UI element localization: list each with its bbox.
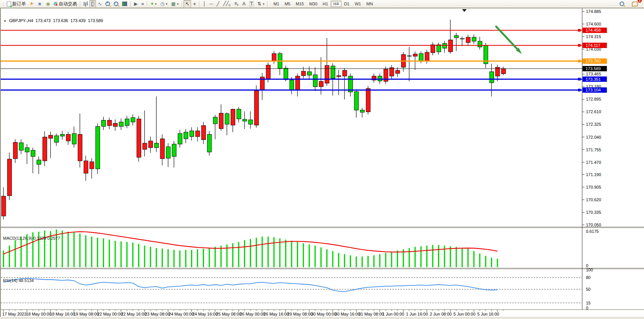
hline-handle[interactable] bbox=[578, 89, 581, 91]
autotrading-button[interactable]: 自动交易 bbox=[52, 0, 79, 8]
trend-arrow[interactable] bbox=[496, 26, 520, 51]
periods-button[interactable]: ◷▾ bbox=[158, 0, 169, 8]
indicators-button[interactable]: +▾ bbox=[149, 0, 158, 8]
candle-body bbox=[254, 91, 258, 125]
timeframe-d1[interactable]: D1 bbox=[341, 1, 352, 7]
timeframe-mn[interactable]: MN bbox=[363, 1, 375, 7]
rsi-axis-label: 100 bbox=[586, 268, 593, 272]
timeframe-w1[interactable]: W1 bbox=[352, 1, 364, 7]
macd-bar bbox=[273, 237, 274, 267]
toolbar-separator bbox=[199, 1, 200, 7]
macd-bar bbox=[362, 256, 363, 267]
candle-body bbox=[378, 76, 382, 81]
time-axis-label: 5 Jun 16:00 bbox=[477, 312, 499, 316]
line-chart-button[interactable]: ∿ bbox=[96, 0, 104, 8]
templates-button[interactable]: ▦▾ bbox=[169, 0, 180, 8]
timeframe-h4[interactable]: H4 bbox=[331, 1, 341, 7]
candlestick-button[interactable] bbox=[89, 0, 96, 8]
candle-body bbox=[419, 54, 423, 61]
time-axis-label: 1 Jun 16:00 bbox=[406, 312, 428, 316]
toolbar-separator bbox=[80, 1, 81, 7]
macd-bar bbox=[473, 251, 475, 267]
macd-bar bbox=[121, 241, 122, 267]
candle-body bbox=[331, 66, 335, 78]
zoom-out-button[interactable]: - bbox=[112, 0, 120, 8]
macd-bar bbox=[297, 242, 298, 267]
channel-button[interactable]: ╱╱E bbox=[222, 0, 233, 8]
macd-bar bbox=[209, 248, 210, 267]
time-axis-label: 24 May 16:00 bbox=[192, 312, 218, 316]
timeframe-m15[interactable]: M15 bbox=[293, 1, 306, 7]
candle-body bbox=[242, 119, 247, 121]
zoom-in-button[interactable]: + bbox=[104, 0, 112, 8]
macd-bar bbox=[350, 255, 351, 267]
macd-bar bbox=[367, 256, 368, 267]
timeframe-m5[interactable]: M5 bbox=[282, 1, 293, 7]
chart-shift-marker[interactable] bbox=[462, 9, 467, 12]
gold-arrow-icon: ➤ bbox=[29, 1, 35, 7]
macd-bar bbox=[314, 245, 316, 267]
candle-body bbox=[54, 136, 59, 142]
mt4-terminal: { "toolbar": { "new_order_label": "新订单",… bbox=[0, 0, 644, 319]
time-axis-label: 24 May 00:00 bbox=[169, 312, 194, 316]
notification-badge: 1 bbox=[637, 0, 642, 3]
profiles-button[interactable]: ☻ bbox=[35, 0, 44, 8]
candle-body bbox=[84, 161, 88, 173]
auto-scroll-button[interactable]: ▶ bbox=[132, 0, 139, 8]
shapes-button[interactable]: ⇅▾ bbox=[255, 0, 266, 8]
macd-bar bbox=[309, 244, 310, 267]
chart-shift-button[interactable]: » bbox=[139, 0, 146, 8]
candle-body bbox=[231, 109, 235, 125]
fibonacci-button[interactable]: ≡F bbox=[233, 0, 241, 8]
label-icon: T bbox=[249, 1, 253, 6]
chevron-down-icon[interactable]: ▼ bbox=[3, 19, 6, 23]
chart-canvas[interactable]: 174.885174.600174.315174.030173.465173.1… bbox=[1, 8, 644, 319]
crosshair-button[interactable]: + bbox=[191, 0, 198, 8]
price-tick-label: 170.050 bbox=[586, 223, 601, 227]
toolbar: ⋮+新订单➤☻◉自动交易∿+-▶»+▾◷▾▦▾↖+│─╱╱╱E≡FAT⇅▾M1M… bbox=[0, 0, 644, 8]
chart-window[interactable]: ▼ GBPJPY-,H4 173.473 173.636 173.439 173… bbox=[0, 8, 644, 317]
macd-bar bbox=[91, 237, 92, 267]
search-button[interactable] bbox=[618, 0, 626, 8]
macd-bar bbox=[162, 248, 163, 267]
quotes-button[interactable]: ➤ bbox=[28, 0, 35, 8]
text-button[interactable]: A bbox=[241, 0, 247, 8]
new-order-icon: + bbox=[7, 2, 11, 6]
timeframe-m1[interactable]: M1 bbox=[271, 1, 282, 7]
hline-handle[interactable] bbox=[578, 60, 581, 63]
chevron-down-icon: ▾ bbox=[263, 2, 264, 6]
hline-handle[interactable] bbox=[578, 78, 581, 80]
toolbar-separator bbox=[130, 1, 131, 7]
candle-body bbox=[96, 127, 100, 169]
candle-body bbox=[7, 159, 11, 196]
hline-handle[interactable] bbox=[578, 29, 581, 32]
chat-button[interactable]: 1 bbox=[630, 0, 640, 8]
signals-button[interactable]: ◉ bbox=[44, 0, 52, 8]
bar-chart-button[interactable] bbox=[82, 0, 89, 8]
new-order-button[interactable]: +新订单 bbox=[5, 0, 28, 8]
hline-handle[interactable] bbox=[578, 44, 581, 46]
macd-bar bbox=[426, 245, 427, 267]
candle-body bbox=[13, 142, 18, 159]
timeframe-h1[interactable]: H1 bbox=[320, 1, 331, 7]
shapes-icon: ⇅ bbox=[257, 2, 261, 6]
candle-body bbox=[313, 75, 317, 87]
label-button[interactable]: T bbox=[247, 0, 255, 8]
macd-bar bbox=[320, 247, 322, 267]
price-tick-label: 170.335 bbox=[586, 210, 601, 215]
price-tick-label: 172.610 bbox=[586, 109, 601, 114]
candle-body bbox=[237, 109, 241, 119]
candle-body bbox=[2, 196, 6, 216]
cursor-button[interactable]: ↖ bbox=[183, 0, 191, 8]
tile-windows-button[interactable] bbox=[120, 0, 129, 8]
price-tag-label: 174.117 bbox=[586, 43, 601, 48]
macd-main-value: 0.1329 bbox=[33, 236, 46, 240]
horizontal-line-button[interactable]: ─ bbox=[208, 0, 215, 8]
vertical-line-button[interactable]: │ bbox=[201, 0, 208, 8]
candle-body bbox=[31, 150, 35, 156]
macd-bar bbox=[132, 243, 133, 267]
candle-body bbox=[190, 131, 194, 136]
chevron-down-icon: ▾ bbox=[155, 2, 156, 6]
trendline-button[interactable]: ╱ bbox=[215, 0, 221, 8]
timeframe-m30[interactable]: M30 bbox=[306, 1, 320, 7]
